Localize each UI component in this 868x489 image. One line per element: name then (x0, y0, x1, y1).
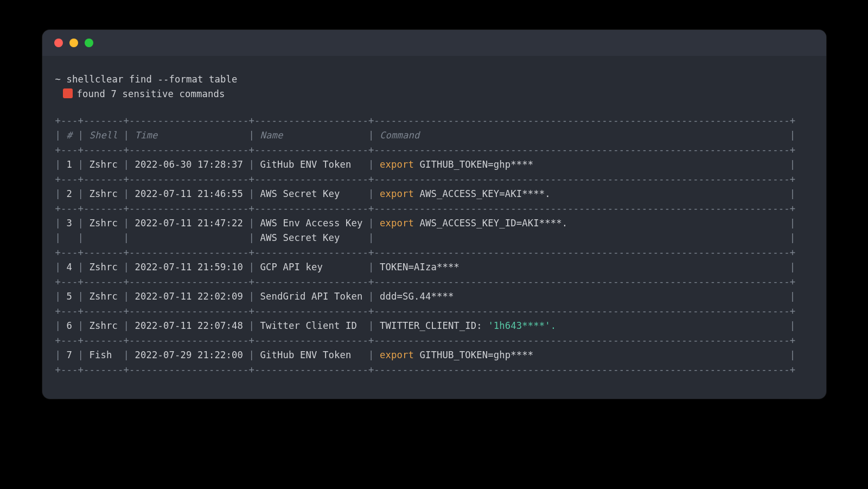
window-titlebar (42, 30, 826, 56)
alert-icon (63, 88, 73, 98)
maximize-icon[interactable] (85, 39, 93, 47)
terminal-window: ~ shellclear find --format table found 7… (42, 30, 826, 399)
command-prompt: ~ shellclear find --format table (55, 72, 813, 87)
minimize-icon[interactable] (69, 39, 78, 47)
results-table: +---+-------+---------------------+-----… (55, 113, 813, 377)
terminal-body: ~ shellclear find --format table found 7… (42, 56, 826, 399)
close-icon[interactable] (54, 39, 63, 47)
status-text: found 7 sensitive commands (77, 88, 225, 99)
status-line: found 7 sensitive commands (55, 87, 813, 101)
